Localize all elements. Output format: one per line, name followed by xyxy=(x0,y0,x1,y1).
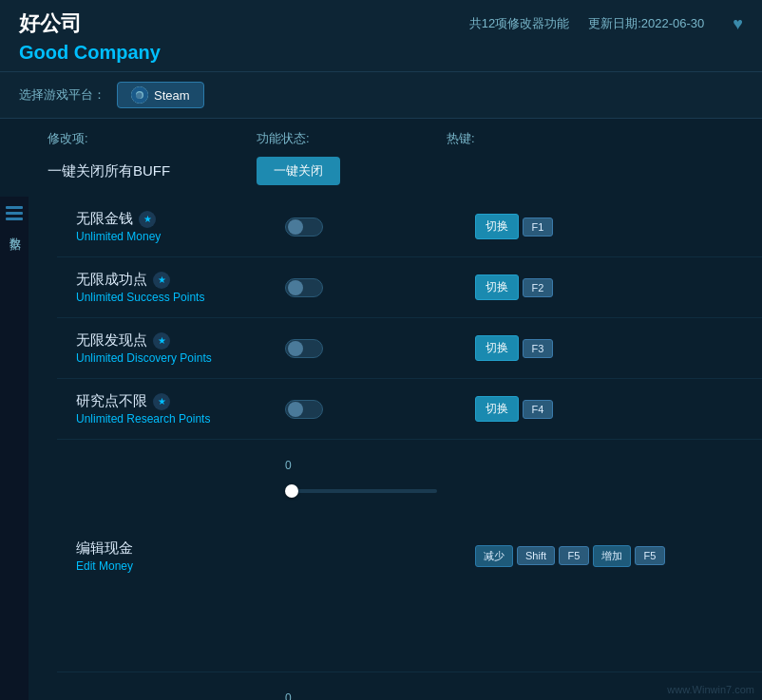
mod-name-cn: 编辑现金 xyxy=(76,539,285,558)
hotkey-dec-key: F5 xyxy=(559,546,589,565)
toggle-thumb xyxy=(288,219,303,235)
sidebar-bars-icon xyxy=(6,206,23,220)
mod-name-cn: 无限成功点 ★ xyxy=(76,271,285,289)
onekey-label: 一键关闭所有BUFF xyxy=(48,162,257,180)
slider-value: 0 xyxy=(285,691,292,700)
steam-label: Steam xyxy=(154,88,190,103)
table-row: 研究点不限 ★ Unlimited Research Points 切换 F4 xyxy=(57,379,762,440)
toggle-switch[interactable] xyxy=(285,339,323,358)
column-headers: 修改项: 功能状态: 热键: xyxy=(0,119,762,153)
star-icon: ★ xyxy=(139,211,156,228)
mod-name-en: Unlimited Success Points xyxy=(76,291,285,304)
hotkey-key: F4 xyxy=(523,400,553,419)
star-icon: ★ xyxy=(153,393,170,410)
star-icon: ★ xyxy=(153,332,170,350)
steam-platform-button[interactable]: Steam xyxy=(117,82,204,108)
hotkey-toggle-button[interactable]: 切换 xyxy=(475,335,519,361)
hotkey-mod-key: Shift xyxy=(517,546,555,565)
hotkey-inc-key: F5 xyxy=(635,546,665,565)
star-icon: ★ xyxy=(153,272,170,289)
slider-container[interactable] xyxy=(285,489,437,660)
toggle-thumb xyxy=(288,402,303,417)
platform-bar: 选择游戏平台： Steam xyxy=(0,72,762,119)
toggle-thumb xyxy=(288,341,303,356)
toggle-switch[interactable] xyxy=(285,278,323,297)
game-title-en: Good Company xyxy=(19,42,743,64)
table-row: 编辑成功点 Edit Success Points 0 减少 Shift F6 … xyxy=(57,672,762,700)
table-row: 无限金钱 ★ Unlimited Money 切换 F1 xyxy=(57,197,762,257)
onekey-button[interactable]: 一键关闭 xyxy=(257,157,340,185)
mod-name-cn: 研究点不限 ★ xyxy=(76,392,285,410)
favorite-icon[interactable]: ♥ xyxy=(733,14,743,34)
table-row: 无限成功点 ★ Unlimited Success Points 切换 F2 xyxy=(57,257,762,318)
mod-name-en: Unlimited Research Points xyxy=(76,412,285,426)
col-header-mod: 修改项: xyxy=(48,130,257,147)
sidebar: 数据 xyxy=(0,197,29,700)
toggle-switch[interactable] xyxy=(285,218,323,236)
slider-track xyxy=(285,489,437,493)
table-row: 无限发现点 ★ Unlimited Discovery Points 切换 F3 xyxy=(57,318,762,379)
steam-icon xyxy=(131,86,148,104)
slider-value: 0 xyxy=(285,459,292,472)
platform-label: 选择游戏平台： xyxy=(19,86,105,104)
game-title-cn: 好公司 xyxy=(19,9,82,38)
mod-name-en: Unlimited Discovery Points xyxy=(76,351,285,365)
hotkey-inc-button[interactable]: 增加 xyxy=(593,545,631,567)
col-header-status: 功能状态: xyxy=(257,130,447,147)
hotkey-toggle-button[interactable]: 切换 xyxy=(475,396,519,422)
slider-thumb[interactable] xyxy=(285,484,298,498)
mod-count: 共12项修改器功能 xyxy=(469,15,569,32)
watermark: www.Winwin7.com xyxy=(667,684,754,695)
toggle-switch[interactable] xyxy=(285,400,323,419)
hotkey-toggle-button[interactable]: 切换 xyxy=(475,214,519,239)
update-date: 更新日期:2022-06-30 xyxy=(588,15,704,32)
toggle-thumb xyxy=(288,280,303,295)
hotkey-key: F1 xyxy=(523,218,553,236)
sidebar-label: 数据 xyxy=(7,228,23,232)
mod-name-cn: 无限金钱 ★ xyxy=(76,210,285,228)
mod-name-cn: 无限发现点 ★ xyxy=(76,331,285,350)
hotkey-toggle-button[interactable]: 切换 xyxy=(475,274,519,300)
hotkey-key: F3 xyxy=(523,339,553,358)
header: 好公司 共12项修改器功能 更新日期:2022-06-30 ♥ Good Com… xyxy=(0,0,762,72)
onekey-row: 一键关闭所有BUFF 一键关闭 xyxy=(0,153,762,197)
mod-name-en: Edit Money xyxy=(76,559,285,573)
mod-list: 无限金钱 ★ Unlimited Money 切换 F1 无限成功点 ★ xyxy=(57,197,762,700)
mod-name-en: Unlimited Money xyxy=(76,230,285,243)
hotkey-key: F2 xyxy=(523,278,553,297)
table-row: 编辑现金 Edit Money 0 减少 Shift F5 增加 F5 xyxy=(57,440,762,672)
hotkey-dec-button[interactable]: 减少 xyxy=(475,545,513,567)
col-header-hotkey: 热键: xyxy=(447,130,743,147)
